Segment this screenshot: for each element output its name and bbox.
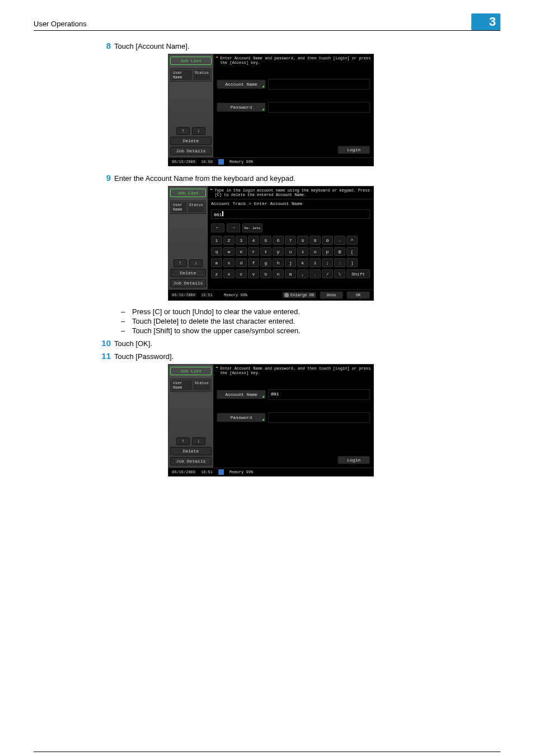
key-l[interactable]: l xyxy=(310,258,321,267)
shift-key[interactable]: Shift xyxy=(346,269,370,278)
scroll-up-button[interactable]: ↑ xyxy=(176,127,190,135)
key-,[interactable]: , xyxy=(297,269,308,278)
side-panel: Job List User Name Status ↑ ↓ Delete Job… xyxy=(168,365,213,468)
side-panel: Job List User Name Status ↑ ↓ Delete Job… xyxy=(168,186,208,290)
key-][interactable]: ] xyxy=(346,258,358,267)
key-n[interactable]: n xyxy=(273,269,284,278)
speech-bubble-icon: ❝ xyxy=(210,188,213,197)
key-v[interactable]: v xyxy=(248,269,259,278)
step-number: 8 xyxy=(94,41,114,50)
delete-button[interactable]: Delete xyxy=(170,137,212,145)
key-p[interactable]: p xyxy=(322,247,333,256)
key-1[interactable]: 1 xyxy=(211,236,222,245)
key-m[interactable]: m xyxy=(285,269,296,278)
scroll-up-button[interactable]: ↑ xyxy=(176,437,190,445)
chapter-number-badge: 3 xyxy=(471,13,500,30)
key-k[interactable]: k xyxy=(297,258,308,267)
key-e[interactable]: e xyxy=(236,247,247,256)
key-u[interactable]: u xyxy=(285,247,296,256)
job-list-button[interactable]: Job List xyxy=(170,57,212,65)
user-name-col: User Name xyxy=(172,380,192,390)
key--[interactable]: - xyxy=(334,236,345,245)
status-col: Status xyxy=(188,202,204,212)
ok-button[interactable]: OK xyxy=(346,291,370,299)
key-@[interactable]: @ xyxy=(334,247,345,256)
status-time: 18:50 xyxy=(201,160,213,164)
key-q[interactable]: q xyxy=(211,247,222,256)
magnifier-icon xyxy=(284,293,289,297)
key-r[interactable]: r xyxy=(248,247,259,256)
account-name-input[interactable]: 001 xyxy=(211,209,370,219)
key-t[interactable]: t xyxy=(260,247,271,256)
key-3[interactable]: 3 xyxy=(236,236,247,245)
step-9-sublist: –Press [C] or touch [Undo] to clear the … xyxy=(34,307,500,335)
key-\[interactable]: \ xyxy=(334,269,345,278)
key-d[interactable]: d xyxy=(236,258,247,267)
login-button[interactable]: Login xyxy=(338,456,370,464)
hint-text: ❝ Enter Account Name and password, and t… xyxy=(213,365,373,377)
key-z[interactable]: z xyxy=(211,269,222,278)
job-details-button[interactable]: Job Details xyxy=(170,457,212,465)
key-g[interactable]: g xyxy=(260,258,271,267)
key-^[interactable]: ^ xyxy=(346,236,358,245)
key-7[interactable]: 7 xyxy=(285,236,296,245)
job-list-header: User Name Status xyxy=(170,200,206,214)
header-section-title: User Operations xyxy=(34,20,87,28)
sub-bullet: –Touch [Delete] to delete the last chara… xyxy=(121,317,500,325)
key-;[interactable]: ; xyxy=(322,258,333,267)
key-6[interactable]: 6 xyxy=(273,236,284,245)
password-value xyxy=(268,412,370,423)
key-w[interactable]: w xyxy=(223,247,235,256)
key-:[interactable]: : xyxy=(334,258,345,267)
sub-bullet: –Touch [Shift] to show the upper case/sy… xyxy=(121,326,500,335)
undo-button[interactable]: Undo xyxy=(320,291,343,299)
key-9[interactable]: 9 xyxy=(310,236,321,245)
cursor-right-button[interactable]: → xyxy=(227,223,240,232)
key-/[interactable]: / xyxy=(322,269,333,278)
key-5[interactable]: 5 xyxy=(260,236,271,245)
password-value xyxy=(268,102,370,113)
delete-button[interactable]: Delete xyxy=(170,447,212,455)
enlarge-button[interactable]: Enlarge ON xyxy=(282,292,316,298)
scroll-down-button[interactable]: ↓ xyxy=(192,127,205,135)
status-icon xyxy=(218,469,224,475)
key-a[interactable]: a xyxy=(211,258,222,267)
side-panel: Job List User Name Status ↑ ↓ Delete Job… xyxy=(168,54,213,157)
key-b[interactable]: b xyxy=(260,269,271,278)
key-0[interactable]: 0 xyxy=(322,236,333,245)
sub-bullet: –Press [C] or touch [Undo] to clear the … xyxy=(121,307,500,316)
job-details-button[interactable]: Job Details xyxy=(170,147,212,155)
key-o[interactable]: o xyxy=(310,247,321,256)
key-s[interactable]: s xyxy=(223,258,235,267)
delete-button[interactable]: Delete xyxy=(170,269,206,277)
key-.[interactable]: . xyxy=(310,269,321,278)
login-button[interactable]: Login xyxy=(338,146,370,154)
key-j[interactable]: j xyxy=(285,258,296,267)
account-name-button[interactable]: Account Name xyxy=(217,80,266,89)
job-list-button[interactable]: Job List xyxy=(170,189,206,197)
password-button[interactable]: Password xyxy=(217,413,266,422)
cursor-left-button[interactable]: ← xyxy=(211,223,224,232)
scroll-up-button[interactable]: ↑ xyxy=(174,259,187,267)
key-c[interactable]: c xyxy=(236,269,247,278)
key-f[interactable]: f xyxy=(248,258,259,267)
scroll-down-button[interactable]: ↓ xyxy=(189,259,203,267)
job-details-button[interactable]: Job Details xyxy=(170,279,206,287)
key-2[interactable]: 2 xyxy=(223,236,235,245)
delete-key[interactable]: De- lete xyxy=(242,223,263,232)
key-8[interactable]: 8 xyxy=(297,236,308,245)
step-text: Touch [Account Name]. xyxy=(114,41,189,50)
key-4[interactable]: 4 xyxy=(248,236,259,245)
password-button[interactable]: Password xyxy=(217,102,266,112)
key-y[interactable]: y xyxy=(273,247,284,256)
key-[[interactable]: [ xyxy=(346,247,358,256)
scroll-down-button[interactable]: ↓ xyxy=(192,437,205,445)
hint-text: ❝ Enter Account Name and password, and t… xyxy=(213,54,373,67)
job-list-button[interactable]: Job List xyxy=(170,367,212,375)
screenshot-keyboard: Job List User Name Status ↑ ↓ Delete Job… xyxy=(34,186,500,301)
memory-value: 99% xyxy=(240,293,247,297)
key-i[interactable]: i xyxy=(297,247,308,256)
account-name-button[interactable]: Account Name xyxy=(217,390,266,399)
key-x[interactable]: x xyxy=(223,269,235,278)
key-h[interactable]: h xyxy=(273,258,284,267)
